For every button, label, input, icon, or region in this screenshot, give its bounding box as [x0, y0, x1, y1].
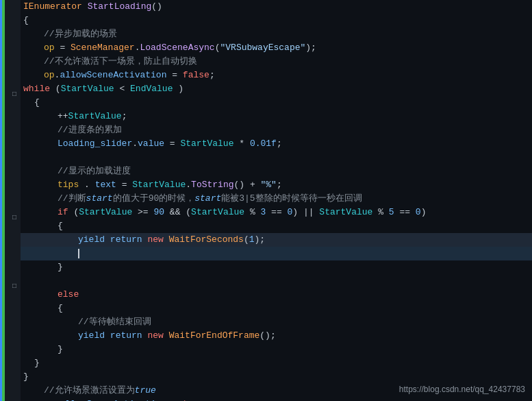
code-content: IEnumerator StartLoading() { //异步加载的场景 o… [21, 0, 532, 401]
code-editor: □ □ □ IEnumerator StartLoading() { //异步加… [0, 0, 532, 401]
code-line-4: op = SceneManager . LoadSceneAsync ( "VR… [21, 41, 532, 55]
code-line-2: { [21, 14, 532, 27]
code-line-30: op . allowSceneActivation = true ; [21, 398, 532, 401]
code-line-10: //进度条的累加 [21, 123, 532, 137]
collapse-icon-else[interactable]: □ [10, 281, 19, 291]
code-line-8: { [21, 96, 532, 110]
collapse-icon-if[interactable]: □ [10, 212, 19, 222]
code-line-7: while ( StartValue < EndValue ) [21, 82, 532, 96]
code-line-20: } [21, 260, 532, 274]
code-line-28: } [21, 370, 532, 384]
cursor [78, 249, 79, 258]
code-line-1: IEnumerator StartLoading() [21, 0, 532, 14]
code-line-16: if ( StartValue >= 90 && ( StartValue % … [21, 206, 532, 219]
code-line-9: ++ StartValue ; [21, 110, 532, 123]
code-line-5: //不允许激活下一场景，防止自动切换 [21, 55, 532, 69]
collapse-icon-while[interactable]: □ [10, 89, 19, 99]
code-line-3: //异步加载的场景 [21, 27, 532, 41]
green-sidebar [2, 0, 5, 401]
code-line-14: tips . text = StartValue . ToString () +… [21, 178, 532, 192]
code-line-25: yield return new WaitForEndOfFrame (); [21, 329, 532, 343]
code-line-12 [21, 151, 532, 165]
code-line-26: } [21, 343, 532, 356]
watermark: https://blog.csdn.net/qq_42437783 [399, 385, 525, 394]
code-line-18: yield return new WaitForSeconds ( 1 ); [21, 233, 532, 247]
code-line-27: } [21, 356, 532, 370]
code-line-13: //显示的加载进度 [21, 165, 532, 178]
code-line-11: Loading_slider . value = StartValue * 0.… [21, 137, 532, 151]
code-line-6: op . allowSceneActivation = false ; [21, 69, 532, 82]
code-line-23: { [21, 302, 532, 315]
code-line-17: { [21, 219, 532, 233]
code-line-21 [21, 274, 532, 288]
code-line-24: //等待帧结束回调 [21, 315, 532, 329]
code-line-22: else [21, 288, 532, 302]
code-line-15: //判断start的值大于90的时候，start能被3|5整除的时候等待一秒在回… [21, 192, 532, 206]
code-line-19-cursor [21, 247, 532, 260]
